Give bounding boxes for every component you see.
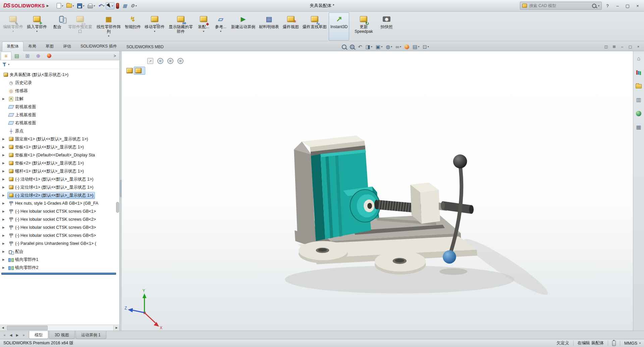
tree-item[interactable]: 原点 [0,127,119,135]
expand-arrow-icon[interactable] [2,234,6,237]
dropdown-caret-icon[interactable]: ▾ [103,4,104,7]
view-orientation[interactable]: ▣ ▾ [374,44,384,50]
tree-item[interactable]: 镜向零部件1 [0,256,119,264]
menu-expand-arrow-icon[interactable]: ▶ [47,4,49,7]
design-library[interactable] [635,68,643,76]
tree-item[interactable]: (-) Hex lobular socket CTSK screws GB<5> [0,231,119,239]
tree-horizontal-scrollbar[interactable]: ◀ ▶ [0,325,119,331]
tree-item[interactable]: 右视基准面 [0,119,119,127]
new-document[interactable]: ▾ [55,2,65,10]
detach-viewport-icon[interactable]: ↗ [147,58,153,64]
zoom-to-area[interactable]: ▾ [348,44,356,50]
bearing-block[interactable] [410,183,440,224]
close-document[interactable]: × [635,44,642,50]
resources-home[interactable]: ⌂ [635,55,643,63]
tab-evaluate[interactable]: 评估 [58,42,76,51]
new-window[interactable]: ⊞ [610,44,618,50]
tree-item[interactable]: (-) Hex lobular socket CTSK screws GB<1> [0,207,119,215]
scroll-right-button[interactable]: ▶ [113,325,119,331]
expand-arrow-icon[interactable] [2,218,6,221]
model-tab[interactable]: 模型 [29,331,48,339]
tree-item[interactable]: 垫板座<1> (Default<<Default>_Display Sta [0,151,119,159]
prev-tab-button[interactable]: ◀ [8,333,14,337]
3d-views-tab[interactable]: 3D 视图 [49,331,75,339]
hide-show-items[interactable]: ∞ ▾ [394,44,403,50]
filter-funnel-icon[interactable] [2,62,7,67]
tree-item-selectable[interactable]: Hex nuts, style 1-Grades AB GB<1> (GB_FA [7,200,100,207]
instant3d[interactable]: ↗ Instant3D ▾ [329,12,349,41]
options[interactable]: ⚙ ▾ [129,2,139,9]
tree-item[interactable]: 螺杆<1> (默认<<默认>_显示状态 1>) [0,167,119,175]
dropdown-caret-icon[interactable]: ▾ [203,30,204,33]
assembly-features[interactable]: ◆ 装配... ▾ [195,12,212,41]
dropdown-caret-icon[interactable]: ▾ [111,4,113,7]
tree-item[interactable]: 镜向零部件2 [0,264,119,272]
tree-item-selectable[interactable]: 螺杆<1> (默认<<默认>_显示状态 1>) [7,168,86,175]
tree-item[interactable]: 配合 [0,248,119,256]
tree-item-selectable[interactable]: (-) Parallel pins Unhardening Steel GB<1… [7,240,98,247]
restore-document[interactable]: ▢ [627,44,634,50]
motion-study-tab[interactable]: 运动算例 1 [75,331,106,339]
file-explorer[interactable] [635,82,643,90]
expand-arrow-icon[interactable] [2,161,6,165]
tree-item[interactable]: 注解 [0,95,119,103]
exploded-view[interactable]: * 爆炸视图 ▾ [281,12,301,41]
dropdown-caret-icon[interactable]: ▾ [220,30,221,33]
tree-item-selectable[interactable]: 配合 [7,248,25,255]
tree-vertical-scrollbar[interactable] [116,202,119,213]
expand-arrow-icon[interactable] [2,202,6,205]
expand-arrow-icon[interactable] [2,178,6,181]
view-settings[interactable]: ⊡ ▾ [421,44,431,50]
tree-item[interactable]: (-) 定位球<1> (默认<<默认>_显示状态 1>) [0,183,119,191]
previous-view[interactable]: ↶ ▾ [356,44,364,50]
undo[interactable]: ↶ ▾ [97,2,106,9]
select-tool[interactable]: ▾ [106,2,114,9]
dropdown-caret-icon[interactable]: ▾ [154,30,155,33]
tree-item-selectable[interactable]: 原点 [7,128,25,135]
search-box[interactable]: ▾ [520,2,602,10]
tab-assembly[interactable]: 装配体 [2,42,23,51]
dropdown-caret-icon[interactable]: ▾ [135,4,137,7]
section-view[interactable]: ◨ ▾ [364,44,374,50]
dropdown-caret-icon[interactable]: ▾ [12,30,14,33]
tree-item[interactable]: (-) Hex lobular socket CTSK screws GB<2> [0,215,119,223]
last-tab-button[interactable]: » [20,333,27,337]
panel-flyout-arrow[interactable]: > [111,53,119,58]
insert-components[interactable]: + 插入零部件 ▾ [25,12,49,41]
tab-solidworks-addins[interactable]: SOLIDWORKS 插件 [76,42,122,51]
tree-item-selectable[interactable]: (-) 定位球<2> (默认<<默认>_显示状态 1>) [7,192,95,199]
tree-item-selectable[interactable]: (-) Hex lobular socket CTSK screws GB<5> [7,232,98,239]
edit-appearance[interactable]: ▾ [403,44,411,50]
tree-item-selectable[interactable]: 垫板座<1> (Default<<Default>_Display Sta [7,152,97,159]
tree-item-selectable[interactable]: 上视基准面 [7,112,38,119]
scrollbar-thumb[interactable] [7,326,48,330]
vise-3d-model[interactable]: Y Z X [122,51,633,331]
help-button[interactable]: ? [603,2,612,10]
tab-sketch[interactable]: 草图 [41,42,58,51]
apply-scene[interactable]: ▤ ▾ [411,44,421,50]
smart-fasteners[interactable]: ↯ 智能扣件 ▾ [123,12,143,41]
first-tab-button[interactable]: « [1,333,8,337]
breadcrumb-selected-box[interactable] [134,67,145,75]
dropdown-caret-icon[interactable]: ▾ [83,4,84,7]
tree-item[interactable]: 上视基准面 [0,111,119,119]
update-speedpak[interactable]: ↻ 更新 Speedpak ▾ [350,12,378,41]
tree-item-selectable[interactable]: 前视基准面 [7,103,38,111]
expand-arrow-icon[interactable] [2,242,6,245]
tree-item[interactable]: (-) 定位球<2> (默认<<默认>_显示状态 1>) [0,191,119,199]
rebuild[interactable]: ▾ [114,2,121,10]
tree-item[interactable]: 固定座<1> (默认<<默认>_显示状态 1>) [0,135,119,143]
expand-arrow-icon[interactable] [2,266,6,269]
zoom-to-fit[interactable]: ▾ [340,44,348,50]
open-document[interactable]: ▾ [65,2,75,9]
handle-ball-blue[interactable] [443,250,456,264]
show-hidden-components[interactable]: ∞ 显示隐藏的零部件 ▾ [167,12,195,41]
tree-item-selectable[interactable]: 历史记录 [7,79,34,86]
tree-item-selectable[interactable]: (-) Hex lobular socket CTSK screws GB<3> [7,224,98,231]
expand-arrow-icon[interactable] [2,210,6,213]
selection-circle-3[interactable] [177,58,183,64]
search-caret-icon[interactable]: ▾ [598,4,599,7]
tree-item-selectable[interactable]: 注解 [7,95,25,102]
save[interactable]: ▾ [75,2,86,10]
search-scope-icon[interactable] [522,4,527,8]
